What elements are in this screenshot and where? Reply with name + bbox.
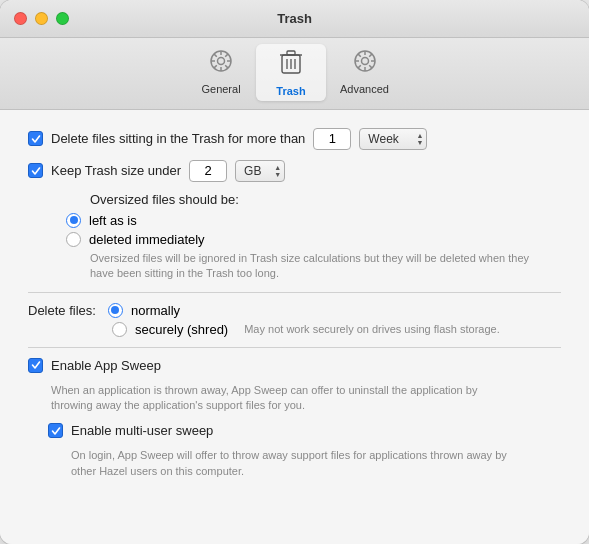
svg-rect-12	[287, 51, 295, 55]
delete-files-checkbox[interactable]	[28, 131, 43, 146]
main-window: Trash General	[0, 0, 589, 544]
svg-line-6	[214, 54, 217, 57]
svg-line-9	[214, 65, 217, 68]
delete-files-label: Delete files sitting in the Trash for mo…	[51, 131, 305, 146]
delete-files-unit-value[interactable]: Week	[359, 128, 427, 150]
content-area: Delete files sitting in the Trash for mo…	[0, 110, 589, 544]
oversized-left-radio[interactable]	[66, 213, 81, 228]
oversized-left-radio-row: left as is	[66, 213, 561, 228]
minimize-button[interactable]	[35, 12, 48, 25]
oversized-help-text: Oversized files will be ignored in Trash…	[90, 251, 530, 282]
delete-securely-row: securely (shred) May not work securely o…	[112, 322, 561, 337]
oversized-deleted-radio-row: deleted immediately	[66, 232, 561, 247]
delete-normally-radio-inner	[111, 306, 119, 314]
tab-general[interactable]: General	[186, 44, 256, 101]
oversized-deleted-label: deleted immediately	[89, 232, 205, 247]
keep-trash-unit-value[interactable]: GB	[235, 160, 285, 182]
oversized-block: Oversized files should be: left as is de…	[52, 192, 561, 282]
keep-trash-row: Keep Trash size under GB ▲ ▼	[28, 160, 561, 182]
app-sweep-checkbox[interactable]	[28, 358, 43, 373]
trash-icon	[278, 48, 304, 83]
multiuser-label: Enable multi-user sweep	[71, 423, 213, 438]
delete-normally-row: Delete files: normally	[28, 303, 561, 318]
oversized-deleted-radio[interactable]	[66, 232, 81, 247]
svg-line-7	[225, 65, 228, 68]
delete-normally-label: normally	[131, 303, 180, 318]
delete-files-row: Delete files sitting in the Trash for mo…	[28, 128, 561, 150]
delete-securely-label: securely (shred)	[135, 322, 228, 337]
app-sweep-label: Enable App Sweep	[51, 358, 161, 373]
keep-trash-value-input[interactable]	[189, 160, 227, 182]
multiuser-row: Enable multi-user sweep	[48, 423, 561, 438]
multiuser-section: Enable multi-user sweep On login, App Sw…	[48, 423, 561, 479]
svg-point-17	[361, 58, 368, 65]
keep-trash-label: Keep Trash size under	[51, 163, 181, 178]
maximize-button[interactable]	[56, 12, 69, 25]
keep-trash-unit-select[interactable]: GB ▲ ▼	[235, 160, 285, 182]
window-title: Trash	[277, 11, 312, 26]
delete-files-value-input[interactable]	[313, 128, 351, 150]
delete-normally-radio[interactable]	[108, 303, 123, 318]
multiuser-help: On login, App Sweep will offer to throw …	[71, 448, 511, 479]
toolbar: General Trash	[0, 38, 589, 110]
svg-line-23	[369, 65, 372, 68]
tab-general-label: General	[201, 83, 240, 95]
divider-2	[28, 347, 561, 348]
general-icon	[208, 48, 234, 81]
delete-securely-radio[interactable]	[112, 322, 127, 337]
svg-line-22	[357, 54, 360, 57]
delete-files-mode-section: Delete files: normally securely (shred) …	[28, 303, 561, 337]
tab-advanced[interactable]: Advanced	[326, 44, 403, 101]
oversized-left-radio-inner	[70, 216, 78, 224]
multiuser-checkbox[interactable]	[48, 423, 63, 438]
tab-trash[interactable]: Trash	[256, 44, 326, 101]
keep-trash-checkbox[interactable]	[28, 163, 43, 178]
traffic-lights	[14, 12, 69, 25]
delete-files-unit-select[interactable]: Week ▲ ▼	[359, 128, 427, 150]
app-sweep-row: Enable App Sweep	[28, 358, 561, 373]
divider-1	[28, 292, 561, 293]
svg-line-24	[369, 54, 372, 57]
oversized-left-label: left as is	[89, 213, 137, 228]
close-button[interactable]	[14, 12, 27, 25]
delete-securely-note: May not work securely on drives using fl…	[244, 323, 500, 335]
delete-files-mode-label: Delete files:	[28, 303, 96, 318]
svg-point-1	[218, 58, 225, 65]
keep-trash-checkbox-label[interactable]: Keep Trash size under	[28, 163, 181, 178]
multiuser-checkbox-label[interactable]: Enable multi-user sweep	[48, 423, 213, 438]
titlebar: Trash	[0, 0, 589, 38]
svg-line-8	[225, 54, 228, 57]
tab-advanced-label: Advanced	[340, 83, 389, 95]
app-sweep-section: Enable App Sweep When an application is …	[28, 358, 561, 480]
svg-line-25	[357, 65, 360, 68]
app-sweep-checkbox-label[interactable]: Enable App Sweep	[28, 358, 161, 373]
delete-files-checkbox-label[interactable]: Delete files sitting in the Trash for mo…	[28, 131, 305, 146]
app-sweep-help: When an application is thrown away, App …	[51, 383, 491, 414]
oversized-label: Oversized files should be:	[90, 192, 561, 207]
advanced-icon	[352, 48, 378, 81]
tab-trash-label: Trash	[276, 85, 305, 97]
